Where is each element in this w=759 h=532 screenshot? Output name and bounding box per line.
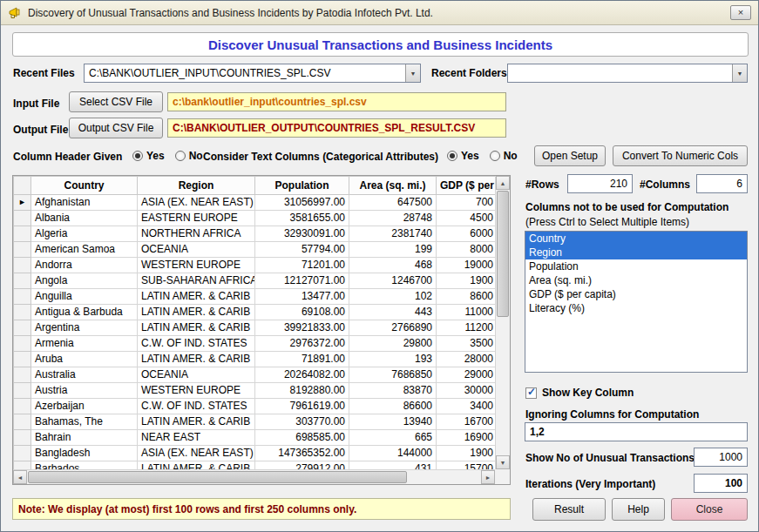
close-button[interactable]: Close: [671, 498, 748, 521]
horizontal-scroll-thumb[interactable]: [28, 471, 407, 483]
cell[interactable]: 83870: [349, 383, 437, 399]
listbox-item[interactable]: Literacy (%): [525, 301, 747, 315]
cell[interactable]: 12127071.00: [255, 273, 349, 289]
table-row[interactable]: AngolaSUB-SAHARAN AFRICA12127071.0012467…: [14, 273, 496, 289]
cell[interactable]: LATIN AMER. & CARIB: [138, 289, 255, 305]
cell[interactable]: EASTERN EUROPE: [138, 211, 255, 226]
text-columns-yes-radio[interactable]: [447, 151, 457, 161]
cell[interactable]: 199: [349, 242, 437, 258]
vertical-scroll-thumb[interactable]: [497, 191, 509, 317]
cell[interactable]: American Samoa: [31, 242, 138, 258]
cell[interactable]: 32930091.00: [255, 226, 349, 242]
cell[interactable]: 71201.00: [255, 258, 349, 273]
row-selector[interactable]: [14, 430, 31, 446]
cell[interactable]: C.W. OF IND. STATES: [138, 336, 255, 352]
cell[interactable]: 431: [349, 461, 437, 470]
open-setup-button[interactable]: Open Setup: [534, 145, 606, 166]
row-selector[interactable]: [14, 305, 31, 320]
column-header[interactable]: Area (sq. mi.): [349, 177, 437, 195]
cell[interactable]: 28000: [437, 352, 496, 367]
cell[interactable]: 647500: [349, 195, 437, 211]
cell[interactable]: WESTERN EUROPE: [138, 258, 255, 273]
cell[interactable]: 8192880.00: [255, 383, 349, 399]
table-row[interactable]: AzerbaijanC.W. OF IND. STATES7961619.008…: [14, 399, 496, 414]
cell[interactable]: 11200: [437, 320, 496, 336]
row-selector[interactable]: [14, 414, 31, 430]
cell[interactable]: 39921833.00: [255, 320, 349, 336]
listbox-item[interactable]: Country: [525, 232, 747, 246]
row-selector[interactable]: ►: [14, 195, 31, 211]
convert-to-numeric-button[interactable]: Convert To Numeric Cols: [613, 145, 748, 166]
cell[interactable]: 13477.00: [255, 289, 349, 305]
cell[interactable]: 3581655.00: [255, 211, 349, 226]
cell[interactable]: 86600: [349, 399, 437, 414]
cell[interactable]: ASIA (EX. NEAR EAST): [138, 446, 255, 461]
cell[interactable]: Bahrain: [31, 430, 138, 446]
row-selector[interactable]: [14, 226, 31, 242]
row-selector[interactable]: [14, 446, 31, 461]
cell[interactable]: 193: [349, 352, 437, 367]
column-header[interactable]: Country: [31, 177, 138, 195]
recent-folders-dropdown-button[interactable]: ▼: [732, 64, 747, 82]
table-row[interactable]: ArgentinaLATIN AMER. & CARIB39921833.002…: [14, 320, 496, 336]
cell[interactable]: OCEANIA: [138, 242, 255, 258]
cell[interactable]: Armenia: [31, 336, 138, 352]
show-key-column-checkbox[interactable]: [525, 387, 537, 399]
cell[interactable]: NORTHERN AFRICA: [138, 226, 255, 242]
cell[interactable]: 16900: [437, 430, 496, 446]
table-row[interactable]: AndorraWESTERN EUROPE71201.0046819000: [14, 258, 496, 273]
listbox-item[interactable]: Population: [525, 259, 747, 273]
cell[interactable]: 57794.00: [255, 242, 349, 258]
cell[interactable]: LATIN AMER. & CARIB: [138, 461, 255, 470]
cell[interactable]: Aruba: [31, 352, 138, 367]
cell[interactable]: 15700: [437, 461, 496, 470]
cell[interactable]: WESTERN EUROPE: [138, 383, 255, 399]
table-row[interactable]: AustriaWESTERN EUROPE8192880.00838703000…: [14, 383, 496, 399]
table-row[interactable]: BahrainNEAR EAST698585.0066516900: [14, 430, 496, 446]
cell[interactable]: LATIN AMER. & CARIB: [138, 414, 255, 430]
row-selector[interactable]: [14, 289, 31, 305]
cell[interactable]: 16700: [437, 414, 496, 430]
text-columns-no-radio[interactable]: [490, 151, 500, 161]
cell[interactable]: Andorra: [31, 258, 138, 273]
cell[interactable]: 29800: [349, 336, 437, 352]
select-csv-file-button[interactable]: Select CSV File: [69, 91, 163, 112]
cell[interactable]: 7686850: [349, 367, 437, 383]
cell[interactable]: Austria: [31, 383, 138, 399]
column-header[interactable]: GDP ($ per capita): [437, 177, 496, 195]
column-header[interactable]: Region: [138, 177, 255, 195]
cell[interactable]: Bangladesh: [31, 446, 138, 461]
output-file-field[interactable]: [167, 118, 506, 138]
cell[interactable]: Azerbaijan: [31, 399, 138, 414]
cell[interactable]: 3500: [437, 336, 496, 352]
table-row[interactable]: Bahamas, TheLATIN AMER. & CARIB303770.00…: [14, 414, 496, 430]
cell[interactable]: Angola: [31, 273, 138, 289]
cell[interactable]: LATIN AMER. & CARIB: [138, 352, 255, 367]
listbox-item[interactable]: GDP ($ per capita): [525, 287, 747, 301]
listbox-item[interactable]: Area (sq. mi.): [525, 273, 747, 287]
cell[interactable]: 71891.00: [255, 352, 349, 367]
horizontal-scrollbar[interactable]: ◄ ►: [13, 469, 495, 484]
table-row[interactable]: AlbaniaEASTERN EUROPE3581655.00287484500: [14, 211, 496, 226]
cell[interactable]: Afghanistan: [31, 195, 138, 211]
table-row[interactable]: AustraliaOCEANIA20264082.00768685029000: [14, 367, 496, 383]
cell[interactable]: 102: [349, 289, 437, 305]
iterations-field[interactable]: [694, 474, 748, 493]
vertical-scrollbar[interactable]: ▲ ▼: [495, 176, 510, 469]
cell[interactable]: 147365352.00: [255, 446, 349, 461]
cell[interactable]: 69108.00: [255, 305, 349, 320]
row-selector[interactable]: [14, 336, 31, 352]
table-row[interactable]: American SamoaOCEANIA57794.001998000: [14, 242, 496, 258]
cell[interactable]: 144000: [349, 446, 437, 461]
cell[interactable]: 2976372.00: [255, 336, 349, 352]
column-header-yes-radio[interactable]: [132, 151, 143, 161]
table-row[interactable]: Antigua & BarbudaLATIN AMER. & CARIB6910…: [14, 305, 496, 320]
cell[interactable]: 11000: [437, 305, 496, 320]
cell[interactable]: LATIN AMER. & CARIB: [138, 305, 255, 320]
cell[interactable]: 1900: [437, 446, 496, 461]
table-row[interactable]: BarbadosLATIN AMER. & CARIB279912.004311…: [14, 461, 496, 470]
ignoring-columns-field[interactable]: [525, 422, 748, 441]
cell[interactable]: 665: [349, 430, 437, 446]
row-selector[interactable]: [14, 383, 31, 399]
input-file-field[interactable]: [167, 92, 506, 111]
